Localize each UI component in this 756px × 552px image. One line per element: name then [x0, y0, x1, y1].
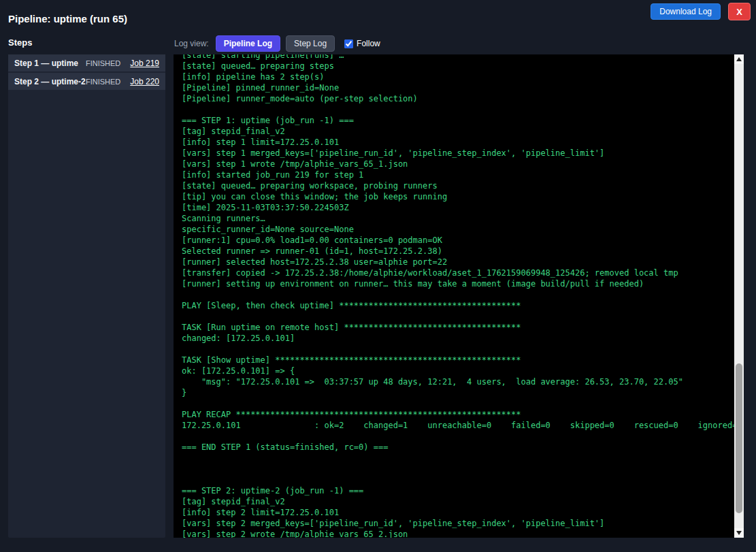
steps-heading: Steps [8, 37, 32, 48]
job-link-step-2[interactable]: Job 220 [130, 77, 159, 86]
log-view-label: Log view: [174, 39, 209, 48]
pipeline-run-window: Pipeline: uptime (run 65) Download Log X… [0, 0, 756, 552]
step-label: Step 1 — uptime [14, 59, 86, 68]
pipeline-log-button[interactable]: Pipeline Log [216, 35, 280, 52]
scroll-down-arrow-icon[interactable] [734, 528, 744, 538]
step-row-2: Step 2 — uptime-2 FINISHED Job 220 [8, 73, 165, 90]
download-log-button[interactable]: Download Log [651, 3, 721, 20]
log-view-controls: Log view: Pipeline Log Step Log Follow [174, 35, 380, 52]
page-title: Pipeline: uptime (run 65) [8, 13, 127, 25]
step-status-badge: FINISHED [86, 78, 120, 86]
log-panel: [state] starting pipeline[runs] … [state… [174, 54, 744, 538]
close-button[interactable]: X [728, 3, 751, 20]
follow-label: Follow [357, 39, 380, 48]
scroll-up-arrow-icon[interactable] [734, 54, 744, 64]
log-output: [state] starting pipeline[runs] … [state… [182, 54, 733, 538]
scrollbar-thumb[interactable] [736, 363, 742, 513]
job-link-step-1[interactable]: Job 219 [130, 59, 159, 68]
follow-toggle: Follow [344, 39, 380, 48]
step-log-button[interactable]: Step Log [286, 35, 335, 52]
log-scrollbar[interactable] [734, 54, 744, 538]
steps-panel: Step 1 — uptime FINISHED Job 219 Step 2 … [8, 54, 165, 538]
close-icon: X [736, 7, 742, 17]
follow-checkbox[interactable] [344, 39, 353, 48]
step-label: Step 2 — uptime-2 [14, 77, 86, 86]
step-row-1: Step 1 — uptime FINISHED Job 219 [8, 54, 165, 71]
step-status-badge: FINISHED [86, 59, 120, 67]
